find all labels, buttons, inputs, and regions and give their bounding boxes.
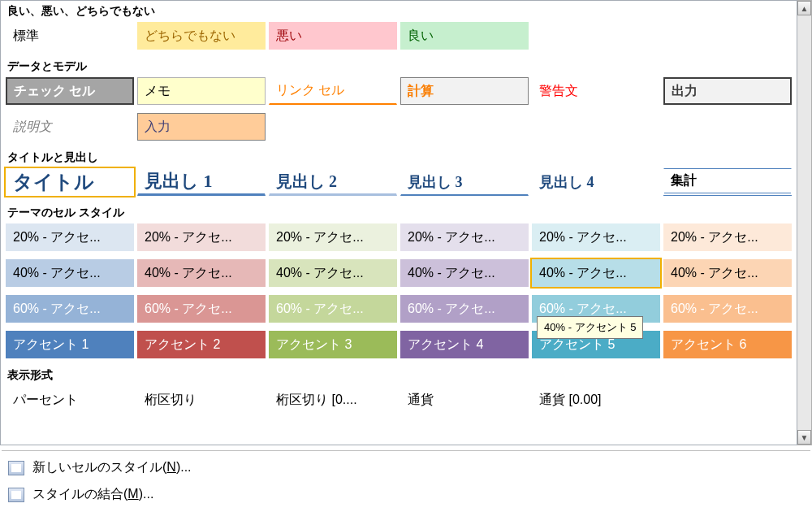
style-40-accent-3[interactable]: 40% - アクセ... — [269, 259, 397, 287]
style-20-accent-2[interactable]: 20% - アクセ... — [137, 223, 266, 251]
separator — [2, 450, 810, 451]
section-theme-styles: テーマのセル スタイル — [1, 202, 797, 222]
style-currency-0[interactable]: 通貨 [0.00] — [532, 386, 660, 414]
merge-styles-menu[interactable]: スタイルの結合(M)... — [0, 481, 812, 508]
style-60-accent-1[interactable]: 60% - アクセ... — [6, 295, 134, 323]
style-40-accent-1[interactable]: 40% - アクセ... — [6, 259, 134, 287]
new-style-icon — [8, 461, 24, 475]
style-heading-3[interactable]: 見出し 3 — [400, 168, 529, 196]
style-60-accent-2[interactable]: 60% - アクセ... — [137, 295, 266, 323]
style-accent-1[interactable]: アクセント 1 — [6, 331, 134, 358]
menu-label: スタイルの結合(M)... — [32, 486, 153, 503]
style-title[interactable]: タイトル — [6, 168, 134, 196]
style-check-cell[interactable]: チェック セル — [6, 77, 134, 105]
scroll-down-button[interactable]: ▼ — [797, 430, 811, 445]
style-bad[interactable]: 悪い — [269, 22, 397, 50]
style-explanatory[interactable]: 説明文 — [6, 113, 134, 141]
scrollbar-vertical[interactable]: ▲ ▼ — [797, 0, 812, 445]
section-good-bad: 良い、悪い、どちらでもない — [1, 1, 797, 20]
style-input[interactable]: 入力 — [137, 113, 266, 141]
section-number-format: 表示形式 — [1, 365, 797, 384]
style-neutral[interactable]: どちらでもない — [137, 22, 266, 50]
style-accent-3[interactable]: アクセント 3 — [269, 331, 397, 358]
style-heading-4[interactable]: 見出し 4 — [532, 168, 660, 196]
style-60-accent-3[interactable]: 60% - アクセ... — [269, 295, 397, 323]
style-40-accent-5[interactable]: 40% - アクセ... — [532, 259, 660, 287]
merge-style-icon — [8, 488, 24, 502]
menu-label: 新しいセルのスタイル(N)... — [32, 459, 192, 476]
style-output[interactable]: 出力 — [663, 77, 792, 105]
style-accent-4[interactable]: アクセント 4 — [400, 331, 529, 358]
style-heading-1[interactable]: 見出し 1 — [137, 168, 266, 196]
gallery-footer: 新しいセルのスタイル(N)... スタイルの結合(M)... — [0, 445, 812, 512]
section-titles: タイトルと見出し — [1, 147, 797, 167]
tooltip: 40% - アクセント 5 — [537, 316, 643, 339]
style-currency[interactable]: 通貨 — [400, 386, 529, 414]
style-good[interactable]: 良い — [400, 22, 529, 50]
style-60-accent-6[interactable]: 60% - アクセ... — [663, 295, 792, 323]
style-percent[interactable]: パーセント — [6, 386, 134, 414]
style-40-accent-2[interactable]: 40% - アクセ... — [137, 259, 266, 287]
new-cell-style-menu[interactable]: 新しいセルのスタイル(N)... — [0, 454, 812, 481]
style-accent-6[interactable]: アクセント 6 — [663, 331, 792, 358]
style-20-accent-4[interactable]: 20% - アクセ... — [400, 223, 529, 251]
style-20-accent-1[interactable]: 20% - アクセ... — [6, 223, 134, 251]
style-40-accent-4[interactable]: 40% - アクセ... — [400, 259, 529, 287]
style-20-accent-5[interactable]: 20% - アクセ... — [532, 223, 660, 251]
style-40-accent-6[interactable]: 40% - アクセ... — [663, 259, 792, 287]
style-heading-2[interactable]: 見出し 2 — [269, 168, 397, 196]
style-link-cell[interactable]: リンク セル — [269, 77, 397, 105]
style-gallery: 良い、悪い、どちらでもない 標準 どちらでもない 悪い 良い データとモデル チ… — [0, 0, 797, 445]
style-20-accent-3[interactable]: 20% - アクセ... — [269, 223, 397, 251]
style-comma[interactable]: 桁区切り — [137, 386, 266, 414]
scroll-up-button[interactable]: ▲ — [797, 1, 811, 15]
style-comma-0[interactable]: 桁区切り [0.... — [269, 386, 397, 414]
style-20-accent-6[interactable]: 20% - アクセ... — [663, 223, 792, 251]
style-note[interactable]: メモ — [137, 77, 266, 105]
style-total[interactable]: 集計 — [663, 168, 792, 196]
style-calculation[interactable]: 計算 — [400, 77, 529, 105]
style-warning[interactable]: 警告文 — [532, 77, 660, 105]
style-accent-2[interactable]: アクセント 2 — [137, 331, 266, 358]
style-60-accent-4[interactable]: 60% - アクセ... — [400, 295, 529, 323]
style-standard[interactable]: 標準 — [6, 22, 134, 50]
section-data-model: データとモデル — [1, 56, 797, 76]
